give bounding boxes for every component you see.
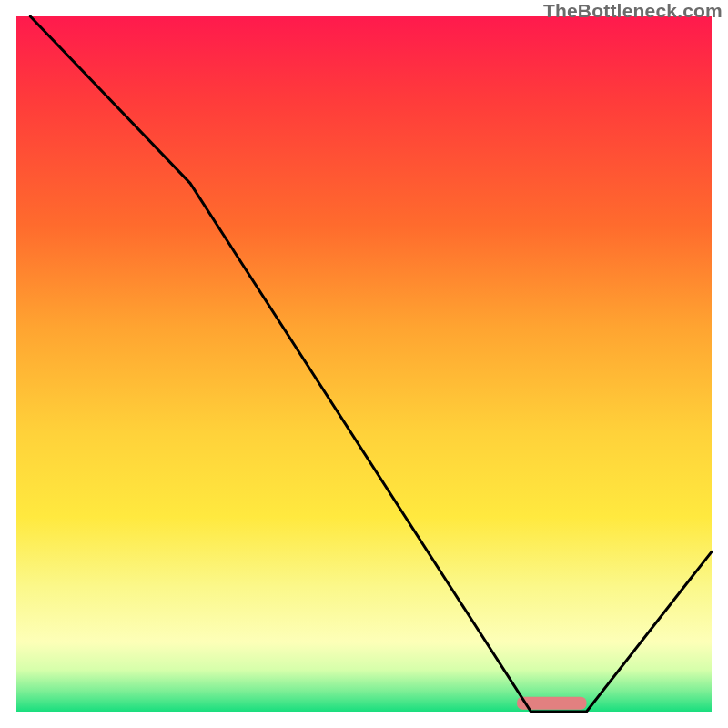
bottleneck-curve (30, 16, 712, 712)
chart-frame: TheBottleneck.com (0, 0, 728, 728)
chart-overlay (0, 0, 728, 728)
